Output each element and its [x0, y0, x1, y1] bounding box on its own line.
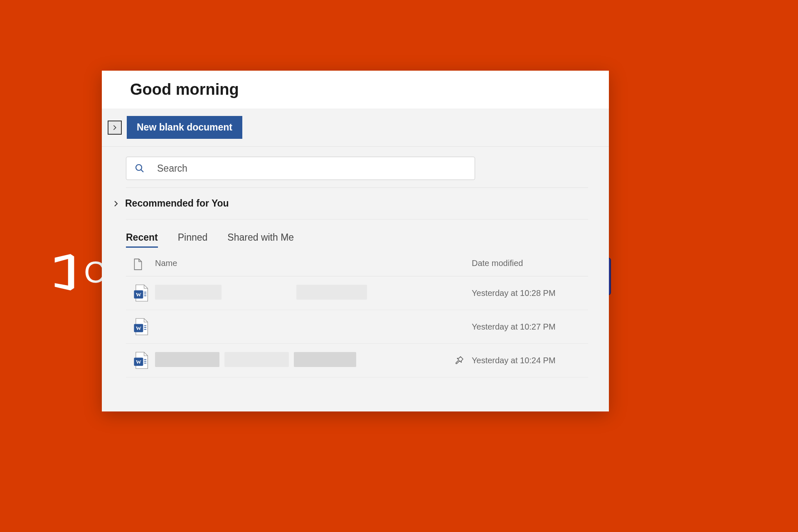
- svg-point-0: [136, 165, 142, 170]
- word-document-icon: W: [133, 284, 149, 302]
- svg-text:W: W: [136, 291, 141, 298]
- document-icon: [133, 259, 143, 270]
- word-document-icon: W: [133, 351, 149, 369]
- new-blank-document-button[interactable]: New blank document: [127, 116, 242, 139]
- chevron-right-icon: [112, 125, 118, 131]
- tab-recent[interactable]: Recent: [126, 232, 158, 248]
- document-tabs: Recent Pinned Shared with Me: [126, 219, 588, 253]
- file-name-cell: [155, 285, 447, 301]
- file-row[interactable]: W Yesterday at 10:27 PM: [126, 310, 588, 344]
- pin-icon[interactable]: [454, 355, 464, 365]
- tab-shared-with-me[interactable]: Shared with Me: [227, 232, 294, 248]
- svg-line-1: [141, 170, 143, 172]
- expand-templates-button[interactable]: [108, 121, 122, 135]
- header-date-column[interactable]: Date modified: [472, 259, 588, 270]
- svg-text:W: W: [136, 325, 141, 331]
- file-date-cell: Yesterday at 10:28 PM: [472, 288, 588, 298]
- content-area: Recommended for You Recent Pinned Shared…: [102, 147, 609, 377]
- file-table-header: Name Date modified: [126, 253, 588, 276]
- office-logo-background: C: [50, 254, 106, 291]
- header-icon-column: [126, 259, 155, 270]
- chevron-right-icon: [113, 200, 119, 207]
- greeting-title: Good morning: [130, 81, 588, 99]
- search-section: [126, 147, 588, 188]
- search-icon: [135, 163, 145, 173]
- file-date-cell: Yesterday at 10:24 PM: [472, 356, 588, 365]
- office-icon: [50, 254, 79, 291]
- svg-text:W: W: [136, 359, 141, 365]
- header-name-column[interactable]: Name: [155, 259, 447, 270]
- window-header: Good morning: [102, 71, 609, 108]
- tab-pinned[interactable]: Pinned: [178, 232, 208, 248]
- file-row[interactable]: W Yesterday at 10:24 PM: [126, 344, 588, 377]
- recommended-label: Recommended for You: [125, 198, 229, 209]
- word-document-icon: W: [133, 318, 149, 336]
- search-box[interactable]: [126, 157, 475, 180]
- file-row[interactable]: W Yesterday at 10:28 PM: [126, 276, 588, 310]
- file-name-cell: [155, 352, 447, 369]
- new-document-bar: New blank document: [102, 108, 609, 147]
- recommended-section-toggle[interactable]: Recommended for You: [126, 188, 588, 219]
- file-date-cell: Yesterday at 10:27 PM: [472, 322, 588, 332]
- word-start-window: Good morning New blank document Recommen: [102, 71, 609, 411]
- search-input[interactable]: [157, 163, 466, 174]
